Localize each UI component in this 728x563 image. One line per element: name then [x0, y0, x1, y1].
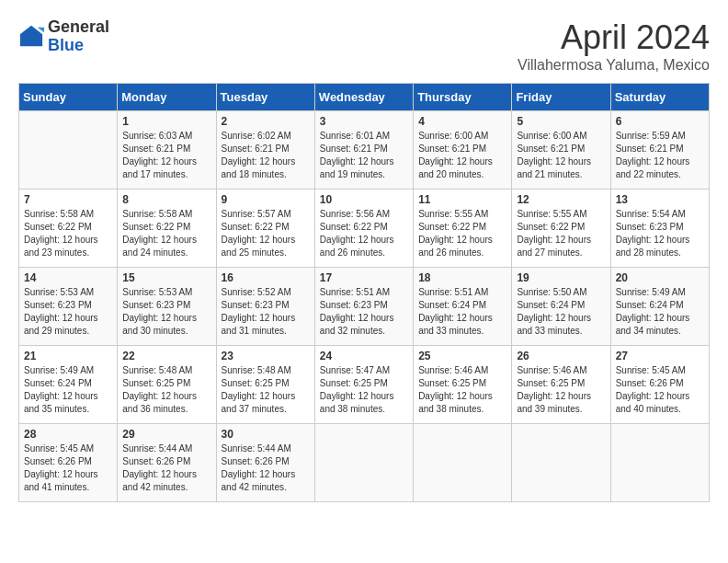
- calendar-day-cell: 22Sunrise: 5:48 AM Sunset: 6:25 PM Dayli…: [118, 346, 216, 424]
- day-info: Sunrise: 5:51 AM Sunset: 6:23 PM Dayligh…: [320, 286, 408, 338]
- calendar-day-cell: 1Sunrise: 6:03 AM Sunset: 6:21 PM Daylig…: [118, 111, 216, 190]
- day-info: Sunrise: 5:59 AM Sunset: 6:21 PM Dayligh…: [616, 130, 704, 181]
- calendar-day-cell: 3Sunrise: 6:01 AM Sunset: 6:21 PM Daylig…: [314, 111, 413, 190]
- calendar-day-cell: 29Sunrise: 5:44 AM Sunset: 6:26 PM Dayli…: [118, 424, 216, 502]
- day-number: 14: [24, 271, 112, 284]
- logo: General Blue: [18, 18, 109, 55]
- day-info: Sunrise: 5:44 AM Sunset: 6:26 PM Dayligh…: [222, 442, 310, 494]
- day-info: Sunrise: 5:47 AM Sunset: 6:25 PM Dayligh…: [320, 364, 408, 416]
- day-of-week-header: Saturday: [610, 84, 709, 111]
- day-number: 2: [222, 115, 310, 128]
- calendar-day-cell: 14Sunrise: 5:53 AM Sunset: 6:23 PM Dayli…: [19, 268, 118, 346]
- calendar-week-row: 7Sunrise: 5:58 AM Sunset: 6:22 PM Daylig…: [19, 190, 710, 268]
- day-number: 5: [517, 115, 605, 128]
- day-number: 23: [222, 350, 310, 362]
- logo-general-text: General: [48, 17, 109, 36]
- day-info: Sunrise: 6:02 AM Sunset: 6:21 PM Dayligh…: [222, 130, 310, 181]
- calendar-day-cell: 5Sunrise: 6:00 AM Sunset: 6:21 PM Daylig…: [512, 111, 610, 190]
- calendar-day-cell: 26Sunrise: 5:46 AM Sunset: 6:25 PM Dayli…: [512, 346, 610, 424]
- day-number: 26: [517, 350, 605, 362]
- day-number: 28: [24, 428, 112, 441]
- calendar-day-cell: 19Sunrise: 5:50 AM Sunset: 6:24 PM Dayli…: [512, 268, 610, 346]
- calendar-week-row: 21Sunrise: 5:49 AM Sunset: 6:24 PM Dayli…: [19, 346, 710, 424]
- day-info: Sunrise: 5:54 AM Sunset: 6:23 PM Dayligh…: [616, 208, 704, 259]
- day-number: 25: [418, 350, 506, 362]
- day-number: 22: [122, 350, 210, 362]
- calendar-day-cell: 6Sunrise: 5:59 AM Sunset: 6:21 PM Daylig…: [610, 111, 709, 190]
- day-info: Sunrise: 5:50 AM Sunset: 6:24 PM Dayligh…: [517, 286, 605, 338]
- day-number: 12: [517, 193, 605, 206]
- day-info: Sunrise: 5:44 AM Sunset: 6:26 PM Dayligh…: [122, 442, 210, 494]
- calendar-day-cell: [512, 424, 610, 502]
- day-number: 6: [616, 115, 704, 128]
- calendar-day-cell: 4Sunrise: 6:00 AM Sunset: 6:21 PM Daylig…: [414, 111, 512, 190]
- calendar-day-cell: 15Sunrise: 5:53 AM Sunset: 6:23 PM Dayli…: [118, 268, 216, 346]
- day-info: Sunrise: 6:00 AM Sunset: 6:21 PM Dayligh…: [517, 130, 605, 181]
- day-info: Sunrise: 5:55 AM Sunset: 6:22 PM Dayligh…: [418, 208, 506, 259]
- day-number: 27: [616, 350, 704, 362]
- day-number: 7: [24, 193, 112, 206]
- day-number: 24: [320, 350, 408, 362]
- day-info: Sunrise: 5:52 AM Sunset: 6:23 PM Dayligh…: [222, 286, 310, 338]
- day-number: 18: [418, 271, 506, 284]
- day-number: 17: [320, 271, 408, 284]
- location-subtitle: Villahermosa Yaluma, Mexico: [518, 57, 710, 74]
- calendar-day-cell: 20Sunrise: 5:49 AM Sunset: 6:24 PM Dayli…: [610, 268, 709, 346]
- day-of-week-header: Sunday: [19, 84, 118, 111]
- svg-marker-0: [20, 26, 42, 46]
- day-of-week-header: Tuesday: [216, 84, 314, 111]
- calendar-week-row: 28Sunrise: 5:45 AM Sunset: 6:26 PM Dayli…: [19, 424, 710, 502]
- calendar-table: SundayMondayTuesdayWednesdayThursdayFrid…: [18, 83, 710, 502]
- day-number: 1: [122, 115, 210, 128]
- calendar-day-cell: 17Sunrise: 5:51 AM Sunset: 6:23 PM Dayli…: [314, 268, 413, 346]
- day-info: Sunrise: 6:00 AM Sunset: 6:21 PM Dayligh…: [418, 130, 506, 181]
- calendar-week-row: 1Sunrise: 6:03 AM Sunset: 6:21 PM Daylig…: [19, 111, 710, 190]
- day-number: 30: [222, 428, 310, 441]
- day-number: 15: [122, 271, 210, 284]
- day-info: Sunrise: 5:49 AM Sunset: 6:24 PM Dayligh…: [24, 364, 112, 416]
- calendar-day-cell: 13Sunrise: 5:54 AM Sunset: 6:23 PM Dayli…: [610, 190, 709, 268]
- calendar-day-cell: [414, 424, 512, 502]
- day-info: Sunrise: 5:45 AM Sunset: 6:26 PM Dayligh…: [616, 364, 704, 416]
- calendar-day-cell: 18Sunrise: 5:51 AM Sunset: 6:24 PM Dayli…: [414, 268, 512, 346]
- calendar-body: 1Sunrise: 6:03 AM Sunset: 6:21 PM Daylig…: [19, 111, 710, 502]
- day-info: Sunrise: 5:53 AM Sunset: 6:23 PM Dayligh…: [24, 286, 112, 338]
- month-title: April 2024: [518, 18, 710, 57]
- day-info: Sunrise: 5:48 AM Sunset: 6:25 PM Dayligh…: [122, 364, 210, 416]
- calendar-header-row: SundayMondayTuesdayWednesdayThursdayFrid…: [19, 84, 710, 111]
- day-info: Sunrise: 5:46 AM Sunset: 6:25 PM Dayligh…: [517, 364, 605, 416]
- calendar-day-cell: 16Sunrise: 5:52 AM Sunset: 6:23 PM Dayli…: [216, 268, 314, 346]
- logo-blue-text: Blue: [48, 36, 84, 54]
- day-info: Sunrise: 5:51 AM Sunset: 6:24 PM Dayligh…: [418, 286, 506, 338]
- day-number: 21: [24, 350, 112, 362]
- day-number: 16: [222, 271, 310, 284]
- logo-icon: [18, 24, 44, 50]
- day-info: Sunrise: 5:48 AM Sunset: 6:25 PM Dayligh…: [222, 364, 310, 416]
- day-info: Sunrise: 5:58 AM Sunset: 6:22 PM Dayligh…: [122, 208, 210, 259]
- day-number: 13: [616, 193, 704, 206]
- day-of-week-header: Friday: [512, 84, 610, 111]
- calendar-day-cell: 27Sunrise: 5:45 AM Sunset: 6:26 PM Dayli…: [610, 346, 709, 424]
- day-info: Sunrise: 5:58 AM Sunset: 6:22 PM Dayligh…: [24, 208, 112, 259]
- day-number: 11: [418, 193, 506, 206]
- title-block: April 2024 Villahermosa Yaluma, Mexico: [518, 18, 710, 74]
- calendar-day-cell: [314, 424, 413, 502]
- page-header: General Blue April 2024 Villahermosa Yal…: [18, 18, 710, 74]
- calendar-day-cell: [19, 111, 118, 190]
- calendar-day-cell: 8Sunrise: 5:58 AM Sunset: 6:22 PM Daylig…: [118, 190, 216, 268]
- calendar-day-cell: 7Sunrise: 5:58 AM Sunset: 6:22 PM Daylig…: [19, 190, 118, 268]
- calendar-day-cell: 23Sunrise: 5:48 AM Sunset: 6:25 PM Dayli…: [216, 346, 314, 424]
- day-of-week-header: Wednesday: [314, 84, 413, 111]
- calendar-day-cell: 11Sunrise: 5:55 AM Sunset: 6:22 PM Dayli…: [414, 190, 512, 268]
- day-info: Sunrise: 5:49 AM Sunset: 6:24 PM Dayligh…: [616, 286, 704, 338]
- calendar-day-cell: 9Sunrise: 5:57 AM Sunset: 6:22 PM Daylig…: [216, 190, 314, 268]
- day-info: Sunrise: 5:45 AM Sunset: 6:26 PM Dayligh…: [24, 442, 112, 494]
- day-info: Sunrise: 5:56 AM Sunset: 6:22 PM Dayligh…: [320, 208, 408, 259]
- day-number: 8: [122, 193, 210, 206]
- day-info: Sunrise: 6:03 AM Sunset: 6:21 PM Dayligh…: [122, 130, 210, 181]
- calendar-day-cell: [610, 424, 709, 502]
- calendar-week-row: 14Sunrise: 5:53 AM Sunset: 6:23 PM Dayli…: [19, 268, 710, 346]
- day-number: 20: [616, 271, 704, 284]
- day-number: 9: [222, 193, 310, 206]
- calendar-day-cell: 28Sunrise: 5:45 AM Sunset: 6:26 PM Dayli…: [19, 424, 118, 502]
